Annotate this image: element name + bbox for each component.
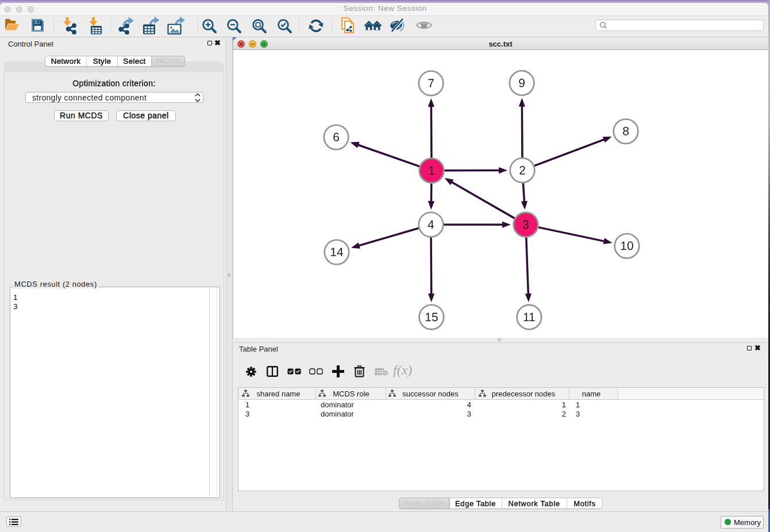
svg-text:2: 2 — [519, 164, 526, 177]
svg-text:7: 7 — [428, 76, 434, 90]
svg-text:14: 14 — [330, 245, 344, 259]
svg-text:8: 8 — [622, 125, 629, 138]
svg-text:1: 1 — [428, 164, 435, 177]
svg-text:9: 9 — [518, 76, 525, 90]
svg-text:11: 11 — [523, 310, 536, 323]
svg-text:3: 3 — [522, 218, 529, 231]
svg-text:10: 10 — [620, 239, 633, 252]
svg-text:4: 4 — [428, 218, 434, 231]
svg-text:15: 15 — [425, 310, 438, 323]
svg-text:6: 6 — [333, 130, 340, 144]
